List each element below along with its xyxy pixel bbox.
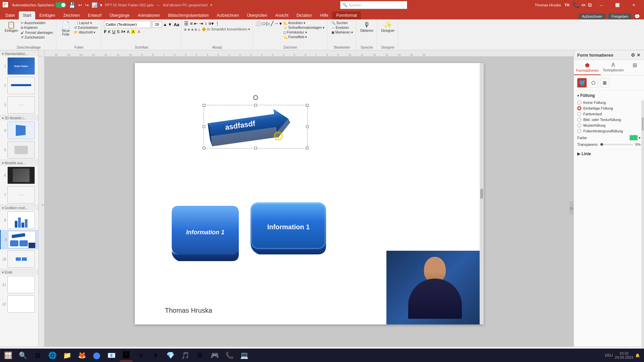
slide-group-ende[interactable]: ▾ Ende bbox=[0, 269, 38, 275]
panel-tab-formoptionen[interactable]: ⬟ Formoptionen bbox=[574, 60, 601, 75]
shadow-button[interactable]: A▾ bbox=[121, 29, 125, 34]
slide-group-standardabsc[interactable]: ▾ Standardabsc... bbox=[0, 50, 38, 56]
rotate-handle[interactable] bbox=[253, 95, 258, 100]
color-swatch[interactable] bbox=[630, 135, 638, 140]
slide-item-9[interactable]: 9 bbox=[0, 230, 38, 249]
slide-item-4[interactable]: 4 bbox=[0, 121, 38, 140]
radio-farbverlauf[interactable] bbox=[577, 112, 581, 116]
arrow-shape-btn[interactable]: → bbox=[274, 21, 279, 26]
radio-keine-fuellung[interactable] bbox=[577, 101, 581, 105]
taskbar-app4-button[interactable]: 🎮 bbox=[208, 349, 221, 361]
triangle-shape-btn[interactable]: ▷ bbox=[266, 21, 270, 26]
arrow-shape-container[interactable]: asdfasdf I bbox=[209, 110, 303, 145]
undo-icon[interactable]: ↩ bbox=[78, 2, 82, 8]
slide-item-6[interactable]: 6 bbox=[0, 166, 38, 185]
bullet-list-btn[interactable]: ☰ bbox=[184, 21, 189, 26]
scroll-indicator[interactable] bbox=[480, 63, 484, 324]
taskbar-notification-icon[interactable]: 🔔 bbox=[635, 353, 640, 358]
tab-aufzeichnen[interactable]: Aufzeichnen bbox=[213, 11, 243, 19]
tab-bildschirm[interactable]: Bildschirmpräsentation bbox=[164, 11, 213, 19]
align-text-btn[interactable]: ≡▾ bbox=[208, 21, 213, 26]
taskbar-app3-button[interactable]: 🎵 bbox=[178, 349, 192, 361]
handle-bc[interactable] bbox=[254, 147, 257, 149]
fill-option-keine[interactable]: Keine Füllung bbox=[577, 101, 641, 105]
fill-icon-btn[interactable]: 🪣 bbox=[577, 78, 587, 87]
layout-icon-btn[interactable]: ⊞ bbox=[600, 78, 609, 87]
decrease-indent-btn[interactable]: ⇤ bbox=[194, 21, 198, 26]
taskbar-edge-button[interactable]: 🌐 bbox=[46, 349, 59, 361]
tab-uebergaenge[interactable]: Übergänge bbox=[106, 11, 133, 19]
saved-dropdown-icon[interactable]: ▾ bbox=[210, 3, 212, 7]
presentation-icon[interactable]: 📊 bbox=[92, 2, 97, 8]
designer-btn[interactable]: ✨ Designer bbox=[380, 21, 396, 33]
taskbar-firefox-button[interactable]: 🦊 bbox=[75, 349, 89, 361]
align-right-btn[interactable]: ≡ bbox=[191, 27, 193, 32]
zuruecksetzen-button[interactable]: ↺ Zurücksetzen bbox=[20, 35, 54, 40]
tab-dictation[interactable]: Dictation bbox=[292, 11, 316, 19]
redo-icon[interactable]: ↪ bbox=[85, 2, 89, 8]
tab-animationen[interactable]: Animationen bbox=[133, 11, 164, 19]
radio-folienhintergrund[interactable] bbox=[577, 129, 581, 133]
slide-item-8[interactable]: 8 bbox=[0, 210, 38, 230]
freigeben-button[interactable]: Freigeben bbox=[608, 13, 632, 19]
zuruecksetzen2-button[interactable]: ↺ Zurücksetzen bbox=[73, 25, 99, 30]
slide-group-3d[interactable]: ▾ 3D Modelle i... bbox=[0, 115, 38, 121]
save-icon[interactable]: 💾 bbox=[69, 2, 75, 8]
handle-ml[interactable] bbox=[203, 125, 205, 128]
einfuegen-button[interactable]: 📋 Einfügen bbox=[3, 21, 19, 33]
handle-bl[interactable] bbox=[203, 147, 205, 149]
aufzeichnen-button[interactable]: Aufzeichnen bbox=[579, 13, 606, 19]
slide-item-10[interactable]: 10 bbox=[0, 249, 38, 269]
line-section-header[interactable]: ▶ Linie bbox=[577, 152, 641, 156]
handle-tr[interactable] bbox=[306, 104, 309, 107]
panel-close-icon[interactable]: ✕ bbox=[637, 52, 641, 58]
handle-tc[interactable] bbox=[254, 104, 257, 107]
taskbar-outlook-button[interactable]: 📧 bbox=[105, 349, 118, 361]
font-size-down-btn[interactable]: ▼ bbox=[168, 22, 172, 27]
taskbar-telegram-button[interactable]: ✈ bbox=[149, 349, 162, 361]
bold-button[interactable]: F bbox=[104, 29, 107, 34]
fill-section-header[interactable]: ▾ Füllung bbox=[577, 93, 641, 98]
clear-format-btn[interactable]: Aa bbox=[174, 22, 179, 27]
slide-item-11[interactable]: 11 bbox=[0, 275, 38, 294]
color-picker[interactable]: ▾ bbox=[630, 135, 641, 140]
abschnitt-button[interactable]: 📂 Abschnitt ▾ bbox=[73, 30, 99, 35]
rect-shape-btn[interactable]: ⬜ bbox=[255, 21, 261, 26]
strikethrough-button[interactable]: S bbox=[117, 29, 120, 34]
formeffekt-btn[interactable]: 💫 Formeffekt ▾ bbox=[282, 35, 325, 39]
font-color-btn[interactable]: A bbox=[127, 29, 129, 34]
more-shapes-btn[interactable]: ▾ bbox=[279, 21, 282, 26]
tab-datei[interactable]: Datei bbox=[1, 11, 19, 19]
suchen-btn[interactable]: 🔍 Suchen bbox=[330, 21, 354, 25]
customize-icon[interactable]: ▾ bbox=[100, 2, 102, 8]
panel-scrollbar[interactable] bbox=[641, 101, 644, 353]
color-dropdown-icon[interactable]: ▾ bbox=[639, 136, 641, 140]
handle-tl[interactable] bbox=[203, 104, 205, 107]
taskbar-app6-button[interactable]: 💻 bbox=[237, 349, 251, 361]
taskbar-taskview-button[interactable]: ⊞ bbox=[31, 349, 44, 361]
fill-option-verlauf[interactable]: Farbverlauf bbox=[577, 112, 641, 116]
restore-icon[interactable]: ⧉ bbox=[588, 2, 592, 8]
highlight-btn[interactable]: A bbox=[131, 29, 136, 34]
slide-canvas[interactable]: asdfasdf I bbox=[135, 63, 484, 324]
slide-item-7[interactable]: 7 — — — bbox=[0, 185, 38, 204]
circle-shape-btn[interactable]: ⬭ bbox=[262, 21, 266, 26]
close-button[interactable]: ✕ bbox=[626, 0, 641, 10]
kopieren-button[interactable]: ⧉ Kopieren bbox=[20, 25, 54, 30]
tab-start[interactable]: Start bbox=[19, 11, 35, 19]
taskbar-powerpoint-button[interactable]: 🅿 bbox=[119, 349, 133, 361]
panel-tab-tabellenoptionen[interactable]: ⊞ bbox=[626, 60, 644, 75]
text-direction-btn[interactable]: ↕ bbox=[205, 21, 207, 26]
comments-icon[interactable]: 💬 bbox=[634, 14, 640, 19]
panel-tab-textoptionen[interactable]: A Textoptionen bbox=[601, 60, 626, 75]
justify-btn[interactable]: ≡ bbox=[195, 27, 197, 32]
tab-ansicht[interactable]: Ansicht bbox=[271, 11, 292, 19]
font-size-up-btn[interactable]: ▲ bbox=[163, 22, 167, 27]
slide-item-2[interactable]: 2 bbox=[0, 76, 38, 95]
slide-group-modelle[interactable]: ▾ Modelle aus... bbox=[0, 160, 38, 166]
taskbar-settings-button[interactable]: ⚙ bbox=[193, 349, 207, 361]
formkontur-btn[interactable]: ◻ Formkontur ▾ bbox=[282, 30, 325, 35]
format-uebertragen-button[interactable]: 🖌 Format übertragen bbox=[20, 31, 54, 35]
ersetzen-btn[interactable]: ↔ Ersetzen bbox=[330, 25, 354, 30]
align-center-btn[interactable]: ≡ bbox=[188, 27, 190, 32]
